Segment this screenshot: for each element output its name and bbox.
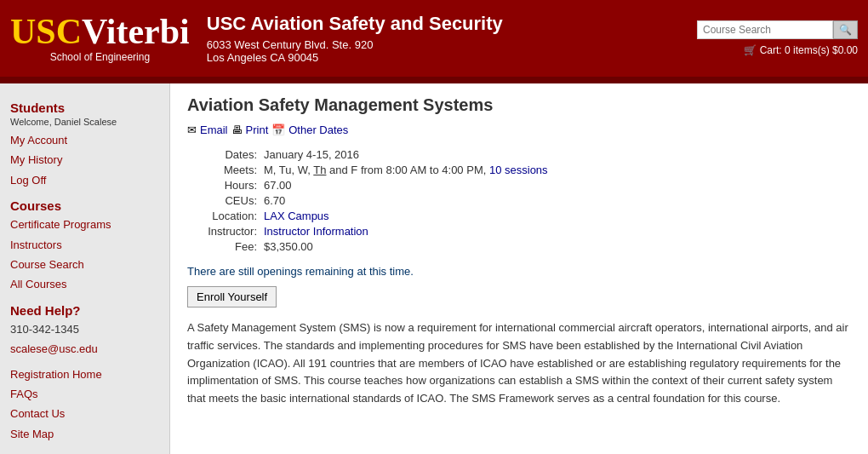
sidebar-section-courses: Courses (10, 198, 159, 213)
meets-days-prefix: M, Tu, W, (264, 164, 313, 176)
sidebar-section-help: Need Help? (10, 303, 159, 318)
dates-label: Dates: (187, 148, 264, 161)
hours-value: 67.00 (264, 179, 292, 192)
course-details: Dates: January 4-15, 2016 Meets: M, Tu, … (187, 148, 851, 253)
meets-label: Meets: (187, 164, 264, 176)
search-input[interactable] (697, 20, 833, 39)
location-row: Location: LAX Campus (187, 210, 851, 222)
address-line1: 6033 West Century Blvd. Ste. 920 (207, 38, 697, 51)
instructor-value: Instructor Information (264, 225, 368, 238)
address-line2: Los Angeles CA 90045 (207, 51, 697, 64)
dates-row: Dates: January 4-15, 2016 (187, 148, 851, 161)
hours-row: Hours: 67.00 (187, 179, 851, 192)
ceus-row: CEUs: 6.70 (187, 194, 851, 207)
search-area[interactable]: 🔍 (697, 20, 858, 39)
sessions-link[interactable]: 10 sessions (489, 164, 548, 176)
instructor-label: Instructor: (187, 225, 264, 238)
meets-th: Th (313, 164, 326, 176)
course-description: A Safety Management System (SMS) is now … (187, 319, 851, 408)
sidebar-item-registration-home[interactable]: Registration Home (10, 365, 159, 384)
sidebar-item-contact-us[interactable]: Contact Us (10, 404, 159, 423)
sidebar-item-all-courses[interactable]: All Courses (10, 274, 159, 294)
fee-label: Fee: (187, 240, 264, 253)
site-name: USC Aviation Safety and Security (207, 13, 697, 35)
print-icon: 🖶 (231, 124, 243, 136)
viterbi-text: Viterbi (82, 12, 190, 51)
cart-text: Cart: 0 items(s) $0.00 (760, 44, 858, 56)
ceus-value: 6.70 (264, 194, 285, 207)
sidebar-item-history[interactable]: My History (10, 150, 159, 170)
location-link[interactable]: LAX Campus (264, 210, 329, 222)
cart-icon: 🛒 (744, 44, 757, 56)
location-label: Location: (187, 210, 264, 222)
calendar-icon: 📅 (271, 124, 285, 136)
sidebar-item-faqs[interactable]: FAQs (10, 384, 159, 404)
sidebar-item-logoff[interactable]: Log Off (10, 170, 159, 190)
page-title: Aviation Safety Management Systems (187, 95, 851, 115)
hours-label: Hours: (187, 179, 264, 192)
usc-text: USC (10, 12, 82, 51)
meets-suffix: and F from 8:00 AM to 4:00 PM, (326, 164, 488, 176)
sidebar: Students Welcome, Daniel Scalese My Acco… (0, 83, 170, 454)
action-links: ✉ Email 🖶 Print 📅 Other Dates (187, 124, 851, 136)
meets-row: Meets: M, Tu, W, Th and F from 8:00 AM t… (187, 164, 851, 176)
ceus-label: CEUs: (187, 194, 264, 207)
sidebar-item-site-map[interactable]: Site Map (10, 424, 159, 444)
main-layout: Students Welcome, Daniel Scalese My Acco… (0, 83, 868, 454)
meets-value: M, Tu, W, Th and F from 8:00 AM to 4:00 … (264, 164, 548, 176)
site-title-block: USC Aviation Safety and Security 6033 We… (207, 13, 697, 64)
enroll-button[interactable]: Enroll Yourself (187, 286, 277, 307)
sidebar-item-course-search[interactable]: Course Search (10, 255, 159, 274)
email-link[interactable]: Email (200, 124, 228, 136)
sidebar-email[interactable]: scalese@usc.edu (10, 339, 159, 359)
school-subtitle: School of Engineering (50, 51, 150, 63)
header-right: 🔍 🛒 Cart: 0 items(s) $0.00 (697, 20, 858, 56)
dates-value: January 4-15, 2016 (264, 148, 359, 161)
sidebar-section-students: Students (10, 101, 159, 115)
fee-row: Fee: $3,350.00 (187, 240, 851, 253)
main-content: Aviation Safety Management Systems ✉ Ema… (170, 83, 868, 454)
other-dates-link[interactable]: Other Dates (288, 124, 348, 136)
openings-text: There are still openings remaining at th… (187, 265, 851, 278)
print-link[interactable]: Print (246, 124, 269, 136)
logo: USCViterbi School of Engineering (10, 14, 190, 63)
site-header: USCViterbi School of Engineering USC Avi… (0, 0, 868, 77)
nav-bar (0, 77, 868, 83)
sidebar-phone: 310-342-1345 (10, 319, 159, 339)
instructor-row: Instructor: Instructor Information (187, 225, 851, 238)
fee-value: $3,350.00 (264, 240, 313, 253)
search-button[interactable]: 🔍 (833, 20, 858, 39)
sidebar-item-certificate[interactable]: Certificate Programs (10, 215, 159, 234)
location-value: LAX Campus (264, 210, 329, 222)
instructor-link[interactable]: Instructor Information (264, 225, 368, 238)
cart-info: 🛒 Cart: 0 items(s) $0.00 (744, 44, 858, 56)
sidebar-item-account[interactable]: My Account (10, 130, 159, 150)
email-icon: ✉ (187, 124, 197, 136)
sidebar-item-instructors[interactable]: Instructors (10, 235, 159, 255)
sidebar-welcome: Welcome, Daniel Scalese (10, 117, 159, 127)
